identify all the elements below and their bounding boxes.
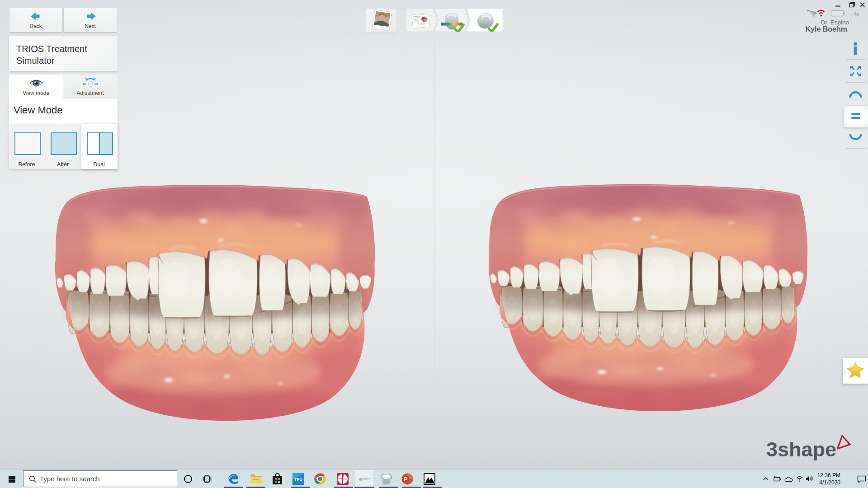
- svg-text:TFU: TFU: [294, 477, 302, 482]
- svg-text:P: P: [404, 476, 407, 483]
